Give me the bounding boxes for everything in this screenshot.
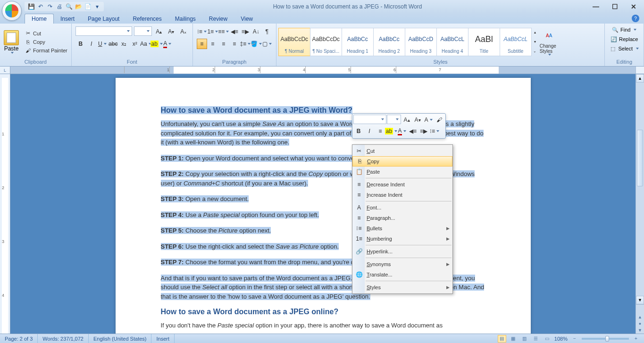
multilevel-button[interactable]: ≡≡ bbox=[218, 26, 229, 37]
mini-bold[interactable]: B bbox=[353, 126, 364, 136]
paste-dropdown-icon[interactable] bbox=[11, 52, 14, 54]
prev-page-button[interactable]: ▲ bbox=[636, 314, 644, 320]
help-icon[interactable]: ? bbox=[632, 15, 639, 22]
qat-dropdown-icon[interactable]: ▾ bbox=[93, 3, 101, 10]
style-item--normal[interactable]: AaBbCcDc¶ Normal bbox=[278, 28, 310, 56]
tab-view[interactable]: View bbox=[234, 14, 259, 24]
style-item--no-spaci-[interactable]: AaBbCcDc¶ No Spaci... bbox=[310, 28, 342, 56]
new-icon[interactable]: 📄 bbox=[84, 3, 92, 10]
chevron-down-icon[interactable] bbox=[430, 119, 433, 121]
print-icon[interactable]: 🖨 bbox=[56, 3, 63, 10]
tab-home[interactable]: Home bbox=[25, 14, 54, 24]
superscript-button[interactable]: x² bbox=[130, 39, 140, 49]
scroll-down-button[interactable]: ▼ bbox=[636, 296, 644, 304]
mini-center[interactable]: ≡ bbox=[375, 126, 385, 136]
clear-formatting-button[interactable]: Aₓ bbox=[178, 26, 189, 37]
sort-button[interactable]: A↓ bbox=[251, 26, 261, 37]
chevron-down-icon[interactable] bbox=[636, 48, 639, 50]
mini-shrink-font[interactable]: A▾ bbox=[412, 115, 423, 125]
mini-bullets[interactable]: ⁝≡ bbox=[429, 126, 440, 136]
underline-button[interactable]: U bbox=[97, 39, 108, 49]
justify-button[interactable]: ≡ bbox=[229, 39, 240, 49]
style-item-heading-2[interactable]: AaBbCcHeading 2 bbox=[373, 28, 405, 56]
align-center-button[interactable]: ≡ bbox=[208, 39, 218, 49]
context-menu-paragraph-[interactable]: ≡Paragraph... bbox=[352, 213, 452, 223]
bullets-button[interactable]: ⁝≡ bbox=[197, 26, 207, 37]
status-mode[interactable]: Insert bbox=[151, 334, 175, 343]
mini-italic[interactable]: I bbox=[364, 126, 375, 136]
italic-button[interactable]: I bbox=[86, 39, 97, 49]
tab-insert[interactable]: Insert bbox=[54, 14, 81, 24]
chevron-down-icon[interactable] bbox=[269, 43, 272, 45]
context-menu-paste[interactable]: 📋Paste bbox=[352, 167, 452, 177]
mini-format-painter[interactable]: 🖌 bbox=[434, 115, 444, 125]
subscript-button[interactable]: x₂ bbox=[119, 39, 129, 49]
print-layout-view[interactable]: ▤ bbox=[498, 335, 506, 343]
context-menu-hyperlink-[interactable]: 🔗Hyperlink... bbox=[352, 246, 452, 257]
scroll-track[interactable] bbox=[636, 83, 644, 296]
zoom-slider[interactable] bbox=[582, 338, 629, 340]
browse-object-button[interactable]: ● bbox=[636, 320, 644, 327]
office-button[interactable] bbox=[2, 1, 22, 21]
outline-view[interactable]: ☰ bbox=[532, 335, 540, 343]
align-right-button[interactable]: ≡ bbox=[218, 39, 229, 49]
tab-references[interactable]: References bbox=[126, 14, 168, 24]
chevron-down-icon[interactable] bbox=[226, 31, 229, 33]
full-screen-view[interactable]: ▦ bbox=[509, 335, 518, 343]
styles-more[interactable]: ⌄ bbox=[531, 47, 539, 56]
tab-review[interactable]: Review bbox=[202, 14, 234, 24]
line-spacing-button[interactable]: ‡≡ bbox=[240, 39, 251, 49]
context-menu-synonyms[interactable]: Synonyms▶ bbox=[352, 259, 452, 269]
horizontal-ruler[interactable]: 1 2 3 4 5 6 7 bbox=[10, 67, 636, 74]
tab-mailings[interactable]: Mailings bbox=[168, 14, 202, 24]
tab-selector[interactable]: L bbox=[0, 67, 10, 74]
open-icon[interactable]: 📂 bbox=[75, 3, 82, 10]
mini-font-combo[interactable] bbox=[353, 115, 386, 124]
scroll-up-button[interactable]: ▲ bbox=[636, 74, 644, 83]
status-language[interactable]: English (United States) bbox=[89, 334, 152, 343]
chevron-down-icon[interactable] bbox=[548, 54, 551, 56]
redo-icon[interactable]: ↷ bbox=[46, 3, 54, 10]
mini-size-combo[interactable] bbox=[387, 115, 401, 124]
paste-button[interactable]: Paste bbox=[2, 29, 21, 55]
show-marks-button[interactable]: ¶ bbox=[262, 26, 272, 37]
chevron-down-icon[interactable] bbox=[168, 43, 171, 45]
find-button[interactable]: 🔍Find bbox=[610, 25, 638, 34]
undo-icon[interactable]: ↶ bbox=[37, 3, 44, 10]
draft-view[interactable]: ▭ bbox=[543, 335, 552, 343]
next-page-button[interactable]: ▼ bbox=[636, 327, 644, 334]
web-layout-view[interactable]: ▥ bbox=[520, 335, 529, 343]
styles-row-up[interactable]: ▴ bbox=[531, 28, 539, 37]
mini-grow-font[interactable]: A▴ bbox=[401, 115, 412, 125]
select-button[interactable]: ⬚Select bbox=[608, 44, 641, 53]
context-menu-styles[interactable]: Styles▶ bbox=[352, 282, 452, 293]
chevron-down-icon[interactable] bbox=[204, 31, 207, 33]
strikethrough-button[interactable]: abc bbox=[108, 39, 118, 49]
mini-highlight[interactable]: ab bbox=[386, 126, 396, 136]
style-item-heading-4[interactable]: AaBbCcLHeading 4 bbox=[436, 28, 468, 56]
status-page[interactable]: Page: 2 of 3 bbox=[0, 334, 38, 343]
style-item-title[interactable]: AaBlTitle bbox=[468, 28, 500, 56]
font-name-combo[interactable] bbox=[75, 26, 132, 36]
change-case-button[interactable]: Aa bbox=[141, 39, 151, 49]
style-item-heading-3[interactable]: AaBbCcDHeading 3 bbox=[405, 28, 437, 56]
align-left-button[interactable]: ≡ bbox=[197, 39, 207, 49]
context-menu-decrease-indent[interactable]: ≡Decrease Indent bbox=[352, 179, 452, 190]
shrink-font-button[interactable]: A▾ bbox=[166, 26, 176, 37]
zoom-out-button[interactable]: − bbox=[570, 335, 579, 343]
document-page[interactable]: How to save a Word document as a JPEG wi… bbox=[116, 78, 531, 334]
cut-button[interactable]: ✂Cut bbox=[23, 30, 69, 37]
shading-button[interactable]: 🪣 bbox=[251, 39, 261, 49]
mini-font-color[interactable]: A bbox=[397, 126, 407, 136]
context-menu-copy[interactable]: ⎘Copy bbox=[352, 156, 452, 167]
font-size-combo[interactable] bbox=[134, 26, 152, 36]
tab-page-layout[interactable]: Page Layout bbox=[81, 14, 126, 24]
chevron-down-icon[interactable] bbox=[403, 130, 406, 132]
chevron-down-icon[interactable] bbox=[215, 31, 218, 33]
borders-button[interactable]: ▢ bbox=[262, 39, 272, 49]
decrease-indent-button[interactable]: ◀≡ bbox=[229, 26, 240, 37]
font-color-button[interactable]: A bbox=[162, 39, 173, 49]
context-menu-bullets[interactable]: ⁝≡Bullets▶ bbox=[352, 223, 452, 234]
print-preview-icon[interactable]: 🔍 bbox=[65, 3, 73, 10]
change-styles-button[interactable]: AAChange Styles bbox=[539, 27, 560, 57]
